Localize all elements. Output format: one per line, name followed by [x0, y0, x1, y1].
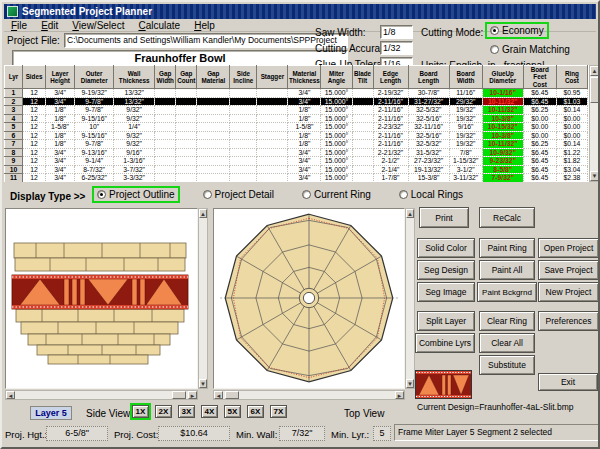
col-header-board-length[interactable]: Board Length [408, 66, 449, 89]
cell[interactable] [176, 165, 197, 174]
exit-button[interactable]: Exit [538, 373, 598, 391]
cell[interactable] [176, 97, 197, 106]
cell[interactable]: 32-5/16" [408, 114, 449, 123]
cell[interactable]: 1/8" [288, 140, 321, 149]
cell[interactable] [176, 140, 197, 149]
row-header[interactable]: 9 [5, 157, 23, 166]
cell[interactable]: 10-15/32" [482, 123, 523, 132]
radio-project-outline[interactable]: Project Outline [94, 188, 178, 201]
cell[interactable]: 9/16" [114, 148, 155, 157]
cutting-accuracy-input[interactable]: 1/32 [380, 41, 413, 55]
cell[interactable] [352, 97, 373, 106]
cell[interactable]: 11/16" [449, 89, 482, 98]
cell[interactable] [352, 106, 373, 115]
scroll-up-icon[interactable]: ▲ [406, 209, 414, 218]
cell[interactable]: 3/4" [46, 97, 75, 106]
cell[interactable] [176, 114, 197, 123]
paint-ring-button[interactable]: Paint Ring [479, 238, 535, 258]
cell[interactable]: 8-7/32" [75, 165, 114, 174]
col-header-wall-thickness[interactable]: Wall Thickness [114, 66, 155, 89]
cell[interactable]: 3/4" [288, 89, 321, 98]
cell[interactable] [197, 148, 230, 157]
cell[interactable]: $0.00 [556, 114, 587, 123]
col-header-material-thickness[interactable]: Material Thickness [288, 66, 321, 89]
cell[interactable]: $6.45 [523, 157, 556, 166]
zoom-2x-button[interactable]: 2X [155, 405, 172, 418]
solid-color-button[interactable]: Solid Color [417, 238, 475, 258]
menu-edit[interactable]: Edit [34, 20, 65, 31]
cell[interactable]: 31-5/32" [408, 148, 449, 157]
cell[interactable]: $0.00 [523, 123, 556, 132]
scroll-up-icon[interactable]: ▲ [590, 66, 599, 76]
cell[interactable]: 2-23/32" [373, 123, 408, 132]
cell[interactable]: 3-3/32" [114, 174, 155, 183]
cell[interactable] [176, 174, 197, 183]
scroll-down-icon[interactable]: ▼ [199, 379, 207, 388]
cell[interactable]: 15.000° [321, 97, 352, 106]
cell[interactable] [257, 97, 288, 106]
radio-local-rings[interactable]: Local Rings [396, 188, 466, 201]
cell[interactable]: 15.000° [321, 157, 352, 166]
cell[interactable]: 32-5/32" [408, 140, 449, 149]
save-project-button[interactable]: Save Project [538, 260, 599, 280]
cell[interactable]: 12 [23, 114, 46, 123]
cell[interactable]: 2-1/4" [373, 165, 408, 174]
cell[interactable]: 3/4" [288, 97, 321, 106]
col-header-gap-width[interactable]: Gap Width [155, 66, 176, 89]
seg-design-button[interactable]: Seg Design [417, 260, 475, 280]
cell[interactable]: 15.000° [321, 148, 352, 157]
cell[interactable]: $0.95 [556, 89, 587, 98]
zoom-4x-button[interactable]: 4X [201, 405, 218, 418]
col-header-ring-cost[interactable]: Ring Cost [556, 66, 587, 89]
split-layer-button[interactable]: Split Layer [417, 311, 475, 331]
cell[interactable]: 12 [23, 89, 46, 98]
cell[interactable] [230, 140, 257, 149]
cell[interactable]: 15.000° [321, 174, 352, 183]
scroll-up-icon[interactable]: ▲ [199, 209, 207, 218]
cell[interactable]: 3/4" [288, 157, 321, 166]
cell[interactable] [257, 140, 288, 149]
cell[interactable]: 10-11/32" [482, 140, 523, 149]
cell[interactable] [155, 106, 176, 115]
cell[interactable]: 3/4" [46, 157, 75, 166]
cell[interactable]: 9/32" [114, 140, 155, 149]
cell[interactable] [197, 165, 230, 174]
cell[interactable] [352, 114, 373, 123]
cell[interactable]: 9-15/16" [75, 114, 114, 123]
cell[interactable]: $6.45 [523, 174, 556, 183]
scroll-thumb[interactable] [172, 391, 186, 399]
cell[interactable]: 9-23/32" [482, 157, 523, 166]
cell[interactable] [197, 131, 230, 140]
cell[interactable] [155, 89, 176, 98]
cell[interactable] [352, 140, 373, 149]
cell[interactable]: $0.14 [556, 106, 587, 115]
row-header[interactable]: 2 [5, 97, 23, 106]
cell[interactable]: $6.25 [523, 140, 556, 149]
cell[interactable]: 13/32" [114, 89, 155, 98]
cell[interactable]: 30-7/8" [408, 89, 449, 98]
cell[interactable]: 15.000° [321, 123, 352, 132]
title-bar[interactable]: Segmented Project Planner [4, 4, 596, 19]
cell[interactable]: $6.25 [523, 106, 556, 115]
cell[interactable]: 10-11/32" [482, 106, 523, 115]
cell[interactable]: 12 [23, 131, 46, 140]
cell[interactable]: 12 [23, 123, 46, 132]
table-row[interactable]: 8123/4"9-13/16"9/16"3/4"15.000°2-21/32"3… [5, 148, 588, 157]
cell[interactable]: 9/32" [114, 131, 155, 140]
cell[interactable]: 3/4" [46, 89, 75, 98]
cell[interactable]: 27-23/32" [408, 157, 449, 166]
cell[interactable] [197, 114, 230, 123]
cell[interactable]: 2-11/16" [373, 106, 408, 115]
cell[interactable]: 15.000° [321, 140, 352, 149]
combine-lyrs-button[interactable]: Combine Lyrs [415, 333, 475, 353]
scroll-thumb[interactable] [590, 77, 599, 103]
cell[interactable] [197, 97, 230, 106]
side-view-panel[interactable] [5, 208, 198, 389]
row-header[interactable]: 1 [5, 89, 23, 98]
cell[interactable]: $2.38 [556, 174, 587, 183]
row-header[interactable]: 4 [5, 114, 23, 123]
cell[interactable] [176, 131, 197, 140]
cell[interactable] [230, 174, 257, 183]
recalc-button[interactable]: ReCalc [479, 207, 535, 228]
scroll-right-icon[interactable]: ► [395, 391, 404, 399]
